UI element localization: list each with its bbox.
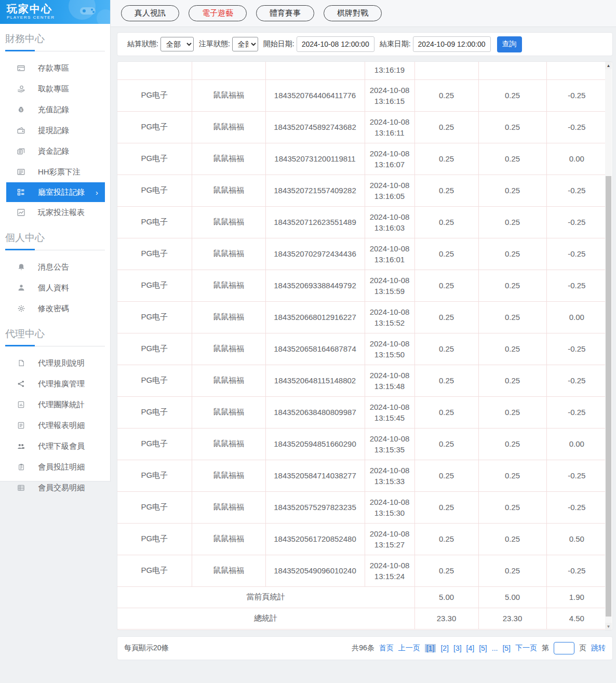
bet-amount-cell: 0.25 xyxy=(414,428,478,460)
summary-valid: 23.30 xyxy=(478,608,546,629)
table-row: PG电子 鼠鼠福福 1843520764406411776 2024-10-08… xyxy=(117,79,605,111)
bet-time-cell: 2024-10-0813:15:59 xyxy=(365,270,414,301)
end-date-input[interactable] xyxy=(413,36,491,52)
player-cell: 鼠鼠福福 xyxy=(192,270,265,301)
order-id-cell: 1843520594851660290 xyxy=(265,428,365,460)
scroll-up-icon[interactable]: ▲ xyxy=(605,62,612,69)
document-icon xyxy=(16,359,26,367)
platform-cell: PG电子 xyxy=(117,301,192,333)
sidebar-item-label: 資金記錄 xyxy=(38,146,69,156)
player-cell: 鼠鼠福福 xyxy=(192,301,265,333)
player-cell: 鼠鼠福福 xyxy=(192,491,265,523)
first-page-link[interactable]: 首页 xyxy=(379,644,394,653)
sidebar-item-label: 會員投註明細 xyxy=(38,462,85,472)
sidebar-item-agent-rules[interactable]: 代理規則說明 xyxy=(0,353,110,373)
sidebar-item-profile[interactable]: 個人資料 xyxy=(0,277,110,298)
tab-board-games[interactable]: 棋牌對戰 xyxy=(324,5,382,21)
sidebar-item-member-bet-detail[interactable]: 會員投註明細 xyxy=(0,457,110,477)
order-id-cell: 1843520721557409282 xyxy=(265,175,365,206)
bet-amount-cell: 0.25 xyxy=(414,301,478,333)
main-content: 真人視訊 電子遊藝 體育賽事 棋牌對戰 結算狀態: 全部 注單狀態: 全部 開始… xyxy=(111,0,616,683)
summary-label: 當前頁統計 xyxy=(117,586,414,608)
sidebar-item-player-bet-report[interactable]: 玩家投注報表 xyxy=(0,202,110,223)
win-loss-cell: -0.25 xyxy=(546,111,605,143)
sidebar-item-change-password[interactable]: 修改密碼 xyxy=(0,298,110,319)
start-date-input[interactable] xyxy=(297,36,374,52)
sidebar-item-withdraw[interactable]: 取款專區 xyxy=(0,78,110,99)
bet-time-cell: 2024-10-0813:16:15 xyxy=(365,79,414,111)
end-date-label: 結束日期: xyxy=(380,39,411,49)
sidebar-item-agent-sub-members[interactable]: 代理下級會員 xyxy=(0,436,110,457)
player-cell: 鼠鼠福福 xyxy=(192,175,265,206)
platform-cell: PG电子 xyxy=(117,396,192,428)
sidebar-item-funds-records[interactable]: 資金記錄 xyxy=(0,141,110,162)
bet-amount-cell: 0.25 xyxy=(414,555,478,586)
vertical-scrollbar[interactable]: ▲ ▼ xyxy=(605,62,612,630)
pagination-bar: 每頁顯示20條 共96条 首页 上一页 [1][2][3][4][5]...[5… xyxy=(117,636,613,660)
tab-live-casino[interactable]: 真人視訊 xyxy=(121,5,179,21)
section-divider xyxy=(5,249,105,250)
next-page-link[interactable]: 下一页 xyxy=(515,644,537,653)
sidebar-item-agent-promotion[interactable]: 代理推廣管理 xyxy=(0,373,110,394)
order-status-select[interactable]: 全部 xyxy=(232,37,258,51)
sidebar-item-announcements[interactable]: 消息公告 xyxy=(0,257,110,277)
bet-time-cell: 2024-10-0813:15:50 xyxy=(365,333,414,365)
page-link[interactable]: [2] xyxy=(440,644,449,652)
page-link[interactable]: ... xyxy=(492,644,498,652)
bet-time-cell: 2024-10-0813:16:07 xyxy=(365,143,414,175)
page-link[interactable]: [4] xyxy=(466,644,475,652)
win-loss-cell: -0.25 xyxy=(546,238,605,270)
order-id-cell: 1843520561720852480 xyxy=(265,523,365,555)
bet-amount-cell: 0.25 xyxy=(414,270,478,301)
sidebar-item-recharge-records[interactable]: $ 充值記錄 xyxy=(0,99,110,120)
scrollbar-thumb[interactable] xyxy=(606,176,611,617)
platform-cell: PG电子 xyxy=(117,523,192,555)
order-id-cell: 1843520638480809987 xyxy=(265,396,365,428)
search-button[interactable]: 查詢 xyxy=(497,36,522,52)
jump-page-input[interactable] xyxy=(554,642,574,654)
sidebar-item-lottery-bets[interactable]: HH彩票下注 xyxy=(0,162,110,182)
page-link[interactable]: [5] xyxy=(479,644,487,652)
table-row: PG电子 鼠鼠福福 1843520549096010240 2024-10-08… xyxy=(117,555,605,586)
summary-bet: 23.30 xyxy=(414,608,478,629)
table-row: PG电子 鼠鼠福福 1843520693388449792 2024-10-08… xyxy=(117,270,605,301)
sidebar-section-personal: 個人中心 xyxy=(5,231,110,245)
bet-time-cell: 2024-10-0813:16:03 xyxy=(365,206,414,238)
page-link[interactable]: [3] xyxy=(453,644,462,652)
sidebar-item-label: 代理規則說明 xyxy=(38,358,85,368)
table-row: PG电子 鼠鼠福福 1843520658164687874 2024-10-08… xyxy=(117,333,605,365)
player-cell: 鼠鼠福福 xyxy=(192,523,265,555)
scroll-down-icon[interactable]: ▼ xyxy=(605,623,612,630)
table-row: PG电子 鼠鼠福福 1843520648115148802 2024-10-08… xyxy=(117,365,605,396)
sidebar-item-member-transaction-detail[interactable]: 會員交易明細 xyxy=(0,477,110,498)
sidebar-item-room-bet-records[interactable]: 廳室投註記錄 › xyxy=(6,182,105,202)
hand-coin-icon xyxy=(16,85,26,93)
tab-sports[interactable]: 體育賽事 xyxy=(256,5,314,21)
sidebar-item-cashout-records[interactable]: 提現記錄 xyxy=(0,120,110,141)
tab-electronic-games[interactable]: 電子遊藝 xyxy=(189,5,247,21)
valid-bet-cell: 0.25 xyxy=(478,365,546,396)
platform-cell: PG电子 xyxy=(117,238,192,270)
table-row: PG电子 鼠鼠福福 1843520594851660290 2024-10-08… xyxy=(117,428,605,460)
win-loss-cell: -0.25 xyxy=(546,79,605,111)
valid-bet-cell: 0.25 xyxy=(478,206,546,238)
page-link[interactable]: [1] xyxy=(425,644,436,652)
sidebar-item-agent-report-detail[interactable]: 代理報表明細 xyxy=(0,415,110,436)
valid-bet-cell: 0.25 xyxy=(478,238,546,270)
player-cell: 鼠鼠福福 xyxy=(192,238,265,270)
sidebar-item-agent-team-stats[interactable]: 代理團隊統計 xyxy=(0,394,110,415)
bet-amount-cell: 0.25 xyxy=(414,365,478,396)
stats-doc-icon xyxy=(16,400,26,409)
bet-time-cell: 2024-10-0813:15:24 xyxy=(365,555,414,586)
jump-action-link[interactable]: 跳转 xyxy=(591,644,606,653)
valid-bet-cell: 0.25 xyxy=(478,491,546,523)
sidebar-item-deposit[interactable]: 存款專區 xyxy=(0,58,110,78)
win-loss-cell: 0.00 xyxy=(546,428,605,460)
order-id-cell: 1843520702972434436 xyxy=(265,238,365,270)
total-count-text: 共96条 xyxy=(352,644,374,653)
prev-page-link[interactable]: 上一页 xyxy=(398,644,420,653)
order-id-cell: 1843520658164687874 xyxy=(265,333,365,365)
bet-amount-cell: 0.25 xyxy=(414,396,478,428)
settle-status-select[interactable]: 全部 xyxy=(160,37,194,51)
page-link[interactable]: [5] xyxy=(502,644,511,652)
